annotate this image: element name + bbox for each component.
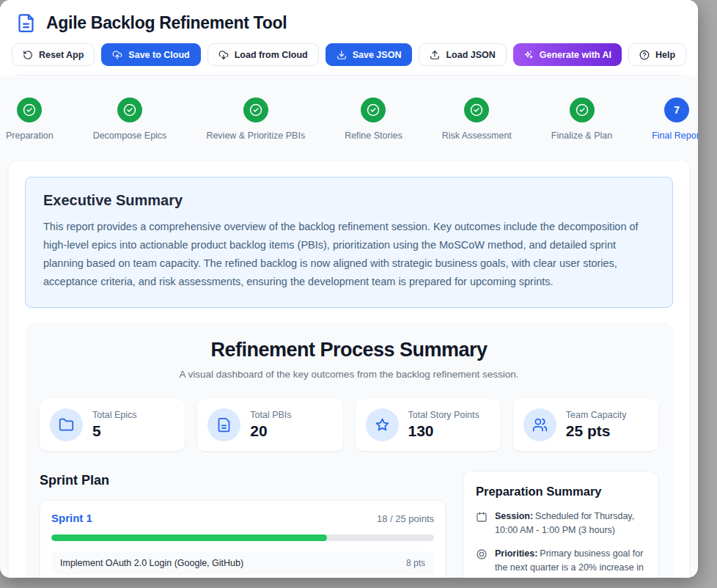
stat-value: 130 [408,422,479,440]
sprint-items-list: Implement OAuth 2.0 Login (Google, GitHu… [51,551,434,578]
cloud-download-icon [218,50,229,60]
step-number-circle[interactable]: 7 [664,98,689,122]
save-to-cloud-label: Save to Cloud [128,50,189,60]
help-label: Help [655,50,675,60]
refinement-summary-panel: Refinement Process Summary A visual dash… [25,323,673,578]
report-card: Executive Summary This report provides a… [9,161,689,578]
app-header: Agile Backlog Refinement Tool Reset App … [0,0,698,76]
help-circle-icon [639,50,650,60]
executive-summary-body: This report provides a comprehensive ove… [43,218,655,291]
step-finalize-plan: Finalize & Plan [551,98,612,141]
sprint-item-name: Implement OAuth 2.0 Login (Google, GitHu… [60,558,243,568]
prep-item-label: Priorities: [495,548,540,559]
generate-with-ai-button[interactable]: Generate with AI [513,43,622,66]
stat-card-team-capacity: Team Capacity 25 pts [513,399,658,451]
step-check-circle-icon[interactable] [117,98,142,122]
step-check-circle-icon[interactable] [361,98,386,122]
download-icon [337,50,347,60]
dashboard-subtitle: A visual dashboard of the key outcomes f… [40,369,658,380]
stat-card-total-epics: Total Epics 5 [40,399,185,451]
reset-app-label: Reset App [39,50,84,60]
reset-icon [23,50,33,60]
stat-label: Team Capacity [566,410,627,420]
step-refine-stories: Refine Stories [345,98,402,141]
step-decompose-epics: Decompose Epics [93,98,167,141]
stat-card-total-story-points: Total Story Points 130 [356,399,501,451]
file-text-icon [207,408,240,441]
target-icon [476,548,488,560]
reset-app-button[interactable]: Reset App [12,43,95,66]
sprint-card: Sprint 1 18 / 25 points Implement OAuth … [40,500,446,578]
step-final-report: 7 Final Report [652,98,698,141]
app-window: Agile Backlog Refinement Tool Reset App … [0,0,698,578]
toolbar: Reset App Save to Cloud Load from Cloud … [12,43,682,75]
step-label: Decompose Epics [93,131,167,141]
stat-value: 20 [250,422,291,440]
step-check-circle-icon[interactable] [464,98,489,122]
stats-row: Total Epics 5 Total PBIs 20 [40,399,658,451]
executive-summary-box: Executive Summary This report provides a… [25,177,673,308]
sprint-points-label: 18 / 25 points [377,513,434,524]
step-label: Refine Stories [345,131,402,141]
save-json-button[interactable]: Save JSON [326,43,413,66]
star-icon [366,408,399,441]
step-label: Final Report [652,131,698,141]
help-button[interactable]: Help [628,43,686,66]
step-label: Review & Prioritize PBIs [206,131,305,141]
cloud-upload-icon [112,50,122,60]
stat-label: Total Story Points [408,410,479,420]
step-label: Finalize & Plan [551,131,612,141]
load-from-cloud-label: Load from Cloud [235,50,308,60]
sprint-progress-track [51,534,434,541]
calendar-icon [476,511,488,523]
upload-icon [430,50,440,60]
team-icon [523,408,556,441]
load-from-cloud-button[interactable]: Load from Cloud [207,43,319,66]
sprint-progress-fill [51,534,327,541]
preparation-summary-card: Preparation Summary Session:Scheduled fo… [463,471,658,578]
sprint-item-points: 8 pts [406,558,425,568]
stat-value: 5 [92,422,136,440]
save-json-label: Save JSON [353,50,402,60]
page-title: Agile Backlog Refinement Tool [46,13,287,33]
preparation-summary-title: Preparation Summary [476,485,646,499]
sprint-item-row: Implement OAuth 2.0 Login (Google, GitHu… [51,551,434,575]
step-check-circle-icon[interactable] [17,98,42,122]
app-logo-document-icon [16,13,36,33]
prep-item-priorities: Priorities:Primary business goal for the… [476,547,646,578]
prep-item-label: Session: [495,511,535,521]
dashboard-title: Refinement Process Summary [40,339,658,361]
step-review-prioritize: Review & Prioritize PBIs [206,98,305,141]
executive-summary-title: Executive Summary [43,192,655,209]
prep-item-session: Session:Scheduled for Thursday, 10:00 AM… [476,510,646,537]
load-json-button[interactable]: Load JSON [419,43,506,66]
load-json-label: Load JSON [446,50,495,60]
stat-value: 25 pts [566,422,627,440]
sprint-plan-section: Sprint Plan Sprint 1 18 / 25 points Impl… [40,471,446,578]
step-label: Risk Assessment [442,131,512,141]
stat-label: Total PBIs [250,410,291,420]
sparkles-icon [523,50,534,60]
step-label: Preparation [6,131,54,141]
step-check-circle-icon[interactable] [570,98,595,122]
sprint-plan-heading: Sprint Plan [40,473,446,488]
save-to-cloud-button[interactable]: Save to Cloud [101,43,200,66]
sprint-name: Sprint 1 [51,512,92,524]
stat-label: Total Epics [92,410,136,420]
folder-icon [50,408,83,441]
progress-stepper: Preparation Decompose Epics Review & Pri… [0,76,698,158]
step-check-circle-icon[interactable] [243,98,268,122]
stat-card-total-pbis: Total PBIs 20 [197,399,342,451]
step-preparation: Preparation [6,98,54,141]
generate-with-ai-label: Generate with AI [540,50,611,60]
step-risk-assessment: Risk Assessment [442,98,512,141]
